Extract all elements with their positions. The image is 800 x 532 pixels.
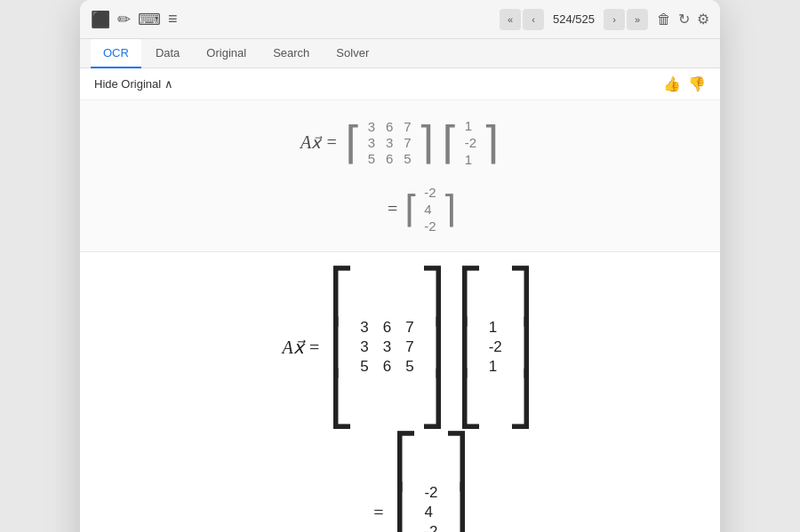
page-counter: 524/525 xyxy=(546,12,602,26)
titlebar-actions: 🗑 ↻ ⚙ xyxy=(657,11,709,28)
feedback-icons: 👍 👎 xyxy=(663,75,706,92)
thumbs-down-button[interactable]: 👎 xyxy=(688,75,706,92)
content-area: Hide Original ∧ 👍 👎 Ax⃗ = ⌈ 367 337 565 xyxy=(80,68,720,532)
handwritten-result-cells: -2 4 -2 xyxy=(419,181,441,237)
typeset-matrix-a-cells: 3 6 7 3 3 7 5 6 5 xyxy=(355,315,419,379)
tab-bar: OCR Data Original Search Solver xyxy=(80,39,720,68)
tab-data[interactable]: Data xyxy=(143,39,192,68)
typeset-label-ax: Ax⃗ = xyxy=(267,337,320,358)
hide-original-label: Hide Original xyxy=(94,77,161,91)
tab-original[interactable]: Original xyxy=(194,39,259,68)
typeset-eq2: = ⎡⎢⎣ -2 4 -2 ⎤⎥⎦ xyxy=(331,435,468,532)
chevron-up-icon: ∧ xyxy=(164,77,173,91)
typeset-result: ⎡⎢⎣ -2 4 -2 ⎤⎥⎦ xyxy=(393,435,468,532)
handwritten-matrix-a-cells: 367 337 565 xyxy=(363,115,417,170)
refresh-icon[interactable]: ↻ xyxy=(678,11,690,28)
titlebar-tool-icons: ⬛ ✏ ⌨ ≡ xyxy=(91,10,178,29)
typeset-eq1: Ax⃗ = ⎡⎢⎣ 3 6 7 3 3 7 5 6 5 ⎤⎥⎦ xyxy=(267,270,533,425)
main-window: ⬛ ✏ ⌨ ≡ « ‹ 524/525 › » 🗑 ↻ ⚙ OCR Data O… xyxy=(80,0,720,532)
typeset-section: Ax⃗ = ⎡⎢⎣ 3 6 7 3 3 7 5 6 5 ⎤⎥⎦ xyxy=(80,252,720,532)
nav-prev-button[interactable]: ‹ xyxy=(523,9,544,30)
titlebar: ⬛ ✏ ⌨ ≡ « ‹ 524/525 › » 🗑 ↻ ⚙ xyxy=(80,0,720,39)
typeset-vector-x-cells: 1 -2 1 xyxy=(484,315,508,379)
nav-last-button[interactable]: » xyxy=(627,9,648,30)
handwritten-section: Ax⃗ = ⌈ 367 337 565 ⌉ ⌈ 1 -2 1 xyxy=(80,100,720,252)
typeset-vector-x: ⎡⎢⎣ 1 -2 1 ⎤⎥⎦ xyxy=(458,270,533,425)
thumbs-up-button[interactable]: 👍 xyxy=(663,75,681,92)
monitor-icon[interactable]: ⬛ xyxy=(91,10,110,29)
nav-next-button[interactable]: › xyxy=(604,9,625,30)
handwritten-vector-x-cells: 1 -2 1 xyxy=(460,115,482,171)
typeset-matrix-a: ⎡⎢⎣ 3 6 7 3 3 7 5 6 5 ⎤⎥⎦ xyxy=(329,270,444,425)
typeset-equals: = xyxy=(331,503,384,523)
hide-original-button[interactable]: Hide Original ∧ xyxy=(94,77,173,91)
typeset-result-cells: -2 4 -2 xyxy=(419,480,443,532)
handwritten-result: ⌈ -2 4 -2 ⌉ xyxy=(404,181,455,237)
hide-original-bar: Hide Original ∧ 👍 👎 xyxy=(80,68,720,100)
handwritten-vector-x: ⌈ 1 -2 1 ⌉ xyxy=(442,115,500,171)
nav-first-button[interactable]: « xyxy=(500,9,521,30)
handwritten-eq2: = ⌈ -2 4 -2 ⌉ xyxy=(344,181,455,237)
tab-solver[interactable]: Solver xyxy=(324,39,381,68)
handwritten-eq1: Ax⃗ = ⌈ 367 337 565 ⌉ ⌈ 1 -2 1 xyxy=(300,115,500,171)
settings-icon[interactable]: ⚙ xyxy=(697,11,709,28)
navigation-arrows: « ‹ 524/525 › » xyxy=(500,9,648,30)
delete-icon[interactable]: 🗑 xyxy=(657,12,671,28)
tab-ocr[interactable]: OCR xyxy=(91,39,141,68)
tab-search[interactable]: Search xyxy=(260,39,322,68)
pen-icon[interactable]: ✏ xyxy=(117,10,131,29)
handwritten-equals: = xyxy=(344,199,397,219)
handwritten-label-ax: Ax⃗ = xyxy=(300,132,338,153)
keyboard-icon[interactable]: ⌨ xyxy=(138,10,161,29)
menu-icon[interactable]: ≡ xyxy=(168,10,178,28)
handwritten-matrix-a: ⌈ 367 337 565 ⌉ xyxy=(345,115,435,170)
